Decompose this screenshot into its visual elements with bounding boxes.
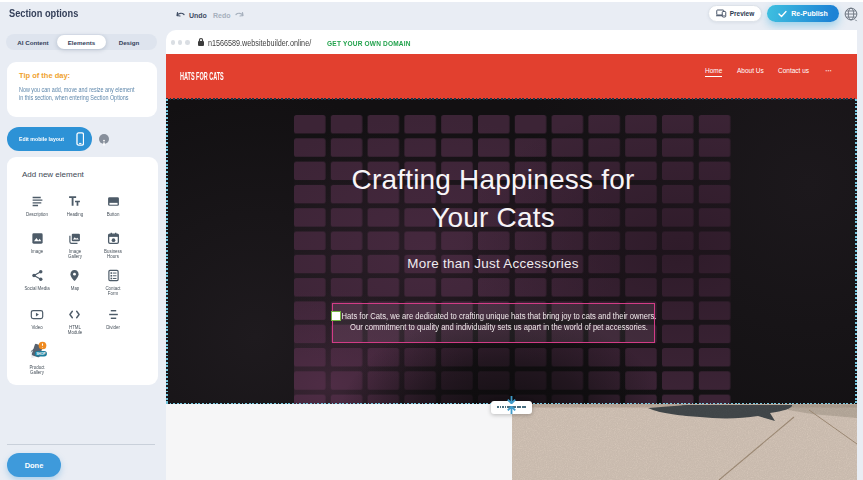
svg-text:SHOP: SHOP [36, 352, 46, 356]
